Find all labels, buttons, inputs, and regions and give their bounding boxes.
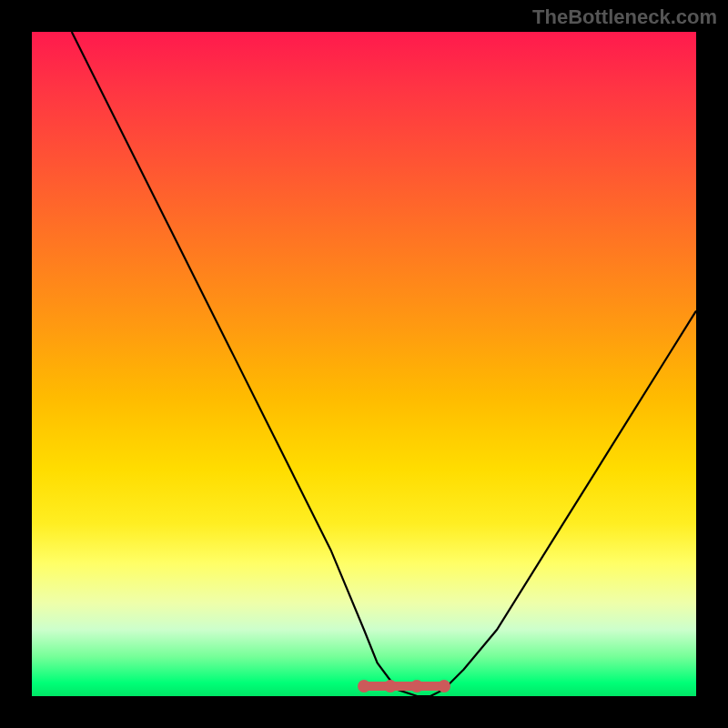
- curve-svg: [32, 32, 696, 696]
- optimal-dot: [358, 680, 370, 693]
- optimal-band: [364, 682, 444, 691]
- optimal-dot: [384, 680, 397, 693]
- chart-plot-area: [32, 32, 696, 696]
- optimal-dot: [438, 680, 450, 693]
- bottleneck-curve: [72, 32, 696, 696]
- optimal-dot: [410, 680, 423, 693]
- watermark-text: TheBottleneck.com: [532, 5, 717, 29]
